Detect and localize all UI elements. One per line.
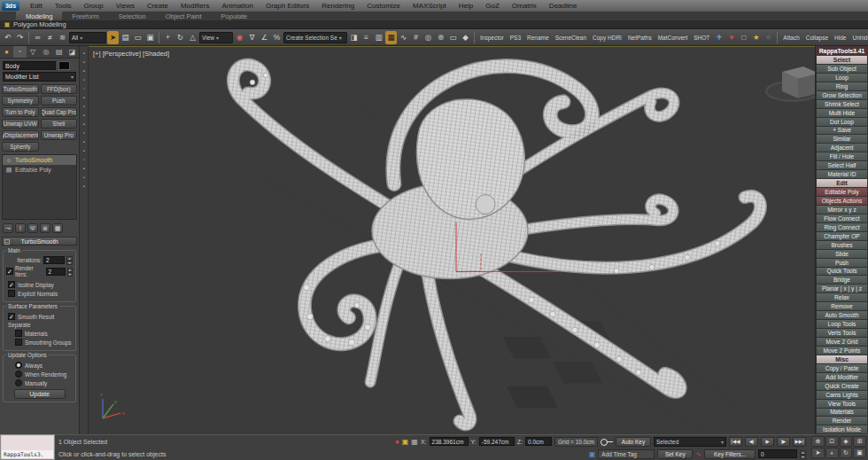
pin-stack-icon[interactable]: ⊸: [3, 223, 13, 233]
plane-icon[interactable]: ✈: [713, 31, 725, 44]
menu-item[interactable]: Modifiers: [174, 2, 215, 10]
rappatools-button[interactable]: Grow Selection: [816, 91, 868, 100]
modifier-preset-button[interactable]: Symmetry: [2, 96, 39, 105]
rappatools-button[interactable]: View Tools: [816, 400, 868, 409]
menu-item[interactable]: Rendering: [315, 2, 360, 10]
heart-icon[interactable]: ♥: [725, 31, 737, 44]
when-rendering-radio[interactable]: [15, 370, 22, 378]
go-start-icon[interactable]: |◀◀: [729, 437, 742, 447]
rappatools-button[interactable]: Brushes: [816, 241, 868, 250]
set-key-button[interactable]: Set Key: [657, 449, 693, 459]
hierarchy-tab-icon[interactable]: ▽: [27, 46, 40, 58]
rappatools-button[interactable]: Ring: [816, 82, 868, 91]
modifier-list-dropdown[interactable]: Modifier List: [3, 72, 76, 82]
menu-item[interactable]: Tools: [49, 2, 78, 10]
toolbar-script-button[interactable]: Inspector: [477, 34, 507, 42]
rappatools-button[interactable]: Edit: [816, 179, 868, 188]
viewcube[interactable]: [766, 66, 815, 101]
modifier-stack-row[interactable]: ☼ TurboSmooth: [3, 155, 76, 165]
frame-spinner[interactable]: [800, 450, 806, 458]
modifier-preset-button[interactable]: Quad Cap Pro: [41, 107, 78, 117]
toolbar-script-button[interactable]: Collapse: [803, 34, 831, 42]
strip-icon[interactable]: ▪: [82, 113, 84, 118]
bind-spacewarp-icon[interactable]: ≋: [57, 31, 68, 44]
turbosmooth-rollout-header[interactable]: TurboSmooth: [2, 237, 77, 246]
menu-item[interactable]: Group: [77, 2, 109, 10]
rappatools-button[interactable]: Shrink Select: [816, 100, 868, 109]
key-mode-curve-icon[interactable]: ∿: [695, 450, 701, 458]
selection-set-dropdown[interactable]: Create Selection Se: [283, 32, 347, 43]
rappatools-button[interactable]: Quick Create: [816, 382, 868, 391]
rappatools-button[interactable]: Verts Tools: [816, 329, 868, 338]
modifier-preset-button[interactable]: yDisplacement: [2, 130, 39, 140]
utilities-tab-icon[interactable]: ◪: [66, 46, 79, 58]
globe-icon[interactable]: ○: [763, 31, 774, 44]
modifier-stack-row[interactable]: ▤ Editable Poly: [3, 165, 76, 175]
material-editor-icon[interactable]: ◎: [422, 31, 434, 44]
rappatools-button[interactable]: Sub Object: [816, 65, 868, 74]
make-unique-icon[interactable]: Ψ: [27, 223, 38, 233]
menu-item[interactable]: Create: [141, 2, 174, 10]
ribbon-tab[interactable]: Selection: [109, 12, 156, 20]
reference-coordinate-dropdown[interactable]: View: [199, 32, 233, 43]
rappatools-button[interactable]: Similar: [816, 135, 868, 144]
time-tag-icon[interactable]: ▣: [589, 450, 596, 458]
rappatools-button[interactable]: Move 2 Grid: [816, 338, 868, 347]
rappatools-button[interactable]: Cams Lights: [816, 391, 868, 400]
rappatools-button[interactable]: Move 2 Points: [816, 347, 868, 355]
menu-item[interactable]: Omatrix: [506, 2, 543, 10]
current-frame-field[interactable]: 0: [758, 449, 797, 458]
x-coordinate-field[interactable]: 238.3961cm: [430, 437, 469, 446]
rotate-icon[interactable]: ↻: [174, 31, 186, 44]
ribbon-section-bar[interactable]: Polygon Modeling: [0, 20, 868, 29]
motion-tab-icon[interactable]: ◎: [39, 46, 52, 58]
modifier-preset-button[interactable]: Shell: [41, 119, 78, 129]
redo-icon[interactable]: ↷: [14, 31, 26, 44]
menu-item[interactable]: GoZ: [479, 2, 506, 10]
explicit-normals-checkbox[interactable]: [8, 290, 15, 297]
rappatools-button[interactable]: Adjacent: [816, 144, 868, 152]
iterations-spinner[interactable]: [66, 256, 73, 264]
pan-icon[interactable]: +: [825, 448, 839, 458]
rappatools-button[interactable]: Flow Connect: [816, 214, 868, 223]
curve-editor-icon[interactable]: ∿: [398, 31, 409, 44]
toolbar-script-button[interactable]: MatConvert: [655, 34, 691, 42]
modify-tab-icon[interactable]: ◔: [13, 46, 27, 58]
zoom-all-icon[interactable]: ⊡: [825, 436, 839, 447]
undo-icon[interactable]: ↶: [2, 31, 13, 44]
object-name-field[interactable]: Body: [3, 61, 56, 70]
play-icon[interactable]: ▶: [761, 437, 774, 447]
window-crossing-icon[interactable]: ▣: [144, 31, 156, 44]
rappatools-button[interactable]: Misc: [816, 355, 868, 364]
toolbar-script-button[interactable]: SceneClean: [553, 34, 589, 42]
modifier-preset-button[interactable]: Unwrap Pro: [41, 130, 78, 140]
rappatools-button[interactable]: Material ID: [816, 170, 868, 179]
menu-item[interactable]: Graph Editors: [260, 2, 315, 10]
mirror-icon[interactable]: ◨: [348, 31, 360, 44]
iterations-field[interactable]: 2: [43, 256, 65, 264]
rappatools-button[interactable]: Auto Smooth: [816, 311, 868, 320]
selection-lock-icon[interactable]: ▣: [402, 438, 409, 446]
rappatools-button[interactable]: Loop: [816, 74, 868, 82]
prev-frame-icon[interactable]: ◀|: [745, 437, 758, 447]
always-radio[interactable]: [15, 362, 22, 369]
rappatools-mini-window[interactable]: RappaTools3.: [0, 434, 55, 460]
select-link-icon[interactable]: ∞: [32, 31, 43, 44]
toolbar-script-button[interactable]: Hide: [832, 34, 849, 42]
rappatools-button[interactable]: Champfer OP: [816, 232, 868, 241]
rappatools-button[interactable]: Slide: [816, 250, 868, 259]
strip-icon[interactable]: ▪: [82, 59, 84, 65]
next-frame-icon[interactable]: |▶: [777, 437, 790, 447]
maximize-viewport-icon[interactable]: ▣: [853, 448, 866, 458]
ribbon-tab[interactable]: Modeling: [16, 12, 62, 20]
perspective-viewport[interactable]: [+] [Perspective] [Shaded]: [89, 46, 815, 434]
octopus-model[interactable]: [233, 65, 760, 425]
ribbon-tab[interactable]: Freeform: [62, 12, 108, 20]
rappatools-button[interactable]: Planar | x | y | z: [816, 285, 868, 293]
display-tab-icon[interactable]: ▤: [52, 46, 66, 58]
modifier-preset-button[interactable]: TurboSmooth: [2, 84, 39, 94]
menu-item[interactable]: Edit: [24, 2, 49, 10]
strip-icon[interactable]: ▪: [82, 157, 84, 162]
align-icon[interactable]: ≡: [360, 31, 372, 44]
strip-icon[interactable]: ▪: [82, 139, 84, 144]
